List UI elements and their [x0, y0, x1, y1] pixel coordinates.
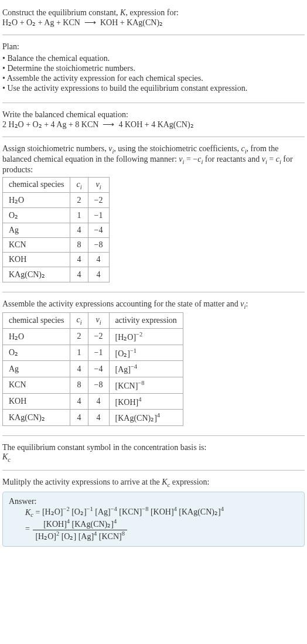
plan-item-text: Determine the stoichiometric numbers. [7, 64, 135, 73]
term-exp: 4 [221, 506, 224, 513]
symbol-text: The equilibrium constant symbol in the c… [2, 443, 305, 452]
cell-act: [KOH]4 [109, 393, 183, 410]
th-species: chemical species [3, 177, 70, 193]
table-row: Ag4−4[Ag]−4 [3, 361, 183, 377]
cell-species: H₂O [3, 193, 70, 208]
cell-nu: −1 [88, 208, 109, 223]
cell-act: [KAg(CN)₂]4 [109, 410, 183, 426]
divider [2, 435, 305, 436]
balanced-lhs: 2 H₂O + O₂ + 4 Ag + 8 KCN [2, 120, 98, 129]
term-base: [KAg(CN)₂] [72, 520, 114, 529]
th-nu-sub: i [100, 319, 101, 326]
cell-c: 2 [70, 328, 88, 345]
term-base: [KCN] [99, 532, 122, 541]
fraction-numerator: [KOH]4 [KAg(CN)₂]4 [33, 518, 127, 530]
multiply-K: K [162, 478, 167, 486]
term-exp: 4 [114, 518, 117, 524]
term-exp: 8 [122, 531, 125, 537]
activity-text-b: : [245, 299, 248, 308]
term-exp: −4 [111, 506, 117, 513]
divider [2, 470, 305, 471]
stoich-text-b: , using the stoichiometric coefficients, [114, 144, 241, 153]
stoich-rel-eq: = − [184, 155, 197, 163]
table-row: KOH44[KOH]4 [3, 393, 183, 410]
answer-term: [KAg(CN)₂]4 [179, 507, 224, 516]
term-base: [Ag] [79, 532, 94, 541]
th-c: ci [70, 177, 88, 193]
answer-label: Answer: [9, 497, 298, 506]
balanced-heading: Write the balanced chemical equation: [2, 110, 305, 120]
activity-section: Assemble the activity expressions accoun… [2, 296, 305, 432]
cell-c: 4 [70, 361, 88, 377]
cell-species: KOH [3, 253, 70, 267]
answer-term: [Ag]−4 [95, 507, 117, 516]
th-c-sub: i [80, 319, 82, 326]
cell-nu: −4 [88, 361, 109, 377]
cell-nu: 4 [88, 267, 109, 282]
intro-text-a: Construct the equilibrium constant, [2, 8, 120, 17]
table-row: H₂O2−2[H₂O]−2 [3, 328, 183, 345]
cell-c: 4 [70, 253, 88, 267]
cell-nu: −8 [88, 238, 109, 253]
answer-line1: Kc = [H₂O]−2 [O₂]−1 [Ag]−4 [KCN]−8 [KOH]… [25, 506, 298, 518]
answer-eq: = [33, 507, 42, 516]
intro-text-b: , expression for: [125, 8, 179, 17]
table-row: KCN8−8 [3, 238, 110, 253]
table-row: KCN8−8[KCN]−8 [3, 377, 183, 393]
cell-act: [O₂]−1 [109, 345, 183, 361]
divider [2, 137, 305, 137]
cell-species: KOH [3, 393, 70, 410]
plan-item: • Assemble the activity expression for e… [2, 74, 305, 83]
divider [2, 292, 305, 292]
cell-species: KAg(CN)₂ [3, 267, 70, 282]
multiply-text-b: expression: [170, 478, 209, 486]
cell-c: 1 [70, 208, 88, 223]
th-nu: νi [88, 313, 109, 329]
symbol-K-sub: c [8, 456, 11, 463]
num-term: [KOH]4 [43, 520, 70, 529]
plan-section: Plan: • Balance the chemical equation. •… [2, 39, 305, 99]
cell-species: O₂ [3, 208, 70, 223]
symbol-kc: Kc [2, 452, 305, 463]
term-exp: 4 [94, 531, 97, 537]
cell-c: 4 [70, 410, 88, 426]
th-nu-sub: i [100, 183, 101, 190]
den-term: [H₂O]2 [35, 532, 59, 541]
den-term: [KCN]8 [99, 532, 125, 541]
act-exp: −2 [136, 331, 142, 338]
stoich-text-d: for reactants and [203, 155, 261, 163]
term-exp: −8 [142, 506, 148, 513]
term-exp: 4 [67, 518, 70, 524]
symbol-section: The equilibrium constant symbol in the c… [2, 439, 305, 466]
stoich-section: Assign stoichiometric numbers, νi, using… [2, 141, 305, 288]
table-row: H₂O2−2 [3, 193, 110, 208]
table-row: KOH44 [3, 253, 110, 267]
term-exp: −1 [87, 506, 93, 513]
cell-c: 4 [70, 267, 88, 282]
cell-c: 4 [70, 393, 88, 410]
cell-c: 1 [70, 345, 88, 361]
plan-item-text: Balance the chemical equation. [7, 54, 110, 63]
cell-species: Ag [3, 223, 70, 238]
cell-nu: −8 [88, 377, 109, 393]
stoich-text-a: Assign stoichiometric numbers, [2, 144, 108, 153]
symbol-K: K [2, 452, 8, 461]
table-row: KAg(CN)₂44[KAg(CN)₂]4 [3, 410, 183, 426]
cell-nu: −4 [88, 223, 109, 238]
act-base: [KCN] [115, 381, 138, 390]
intro-equation: H₂O + O₂ + Ag + KCN ⟶ KOH + KAg(CN)₂ [2, 18, 305, 28]
cell-nu: 4 [88, 393, 109, 410]
activity-text-a: Assemble the activity expressions accoun… [2, 299, 240, 308]
cell-c: 4 [70, 223, 88, 238]
cell-c: 8 [70, 377, 88, 393]
term-base: [Ag] [95, 507, 110, 516]
act-exp: −8 [138, 380, 144, 386]
cell-species: Ag [3, 361, 70, 377]
fraction-denominator: [H₂O]2 [O₂] [Ag]4 [KCN]8 [33, 530, 127, 542]
plan-item: • Determine the stoichiometric numbers. [2, 64, 305, 73]
table-row: Ag4−4 [3, 223, 110, 238]
balanced-rhs: 4 KOH + 4 KAg(CN)₂ [118, 120, 193, 129]
stoich-text: Assign stoichiometric numbers, νi, using… [2, 144, 305, 175]
divider [2, 35, 305, 35]
plan-item-text: Use the activity expressions to build th… [7, 84, 247, 93]
